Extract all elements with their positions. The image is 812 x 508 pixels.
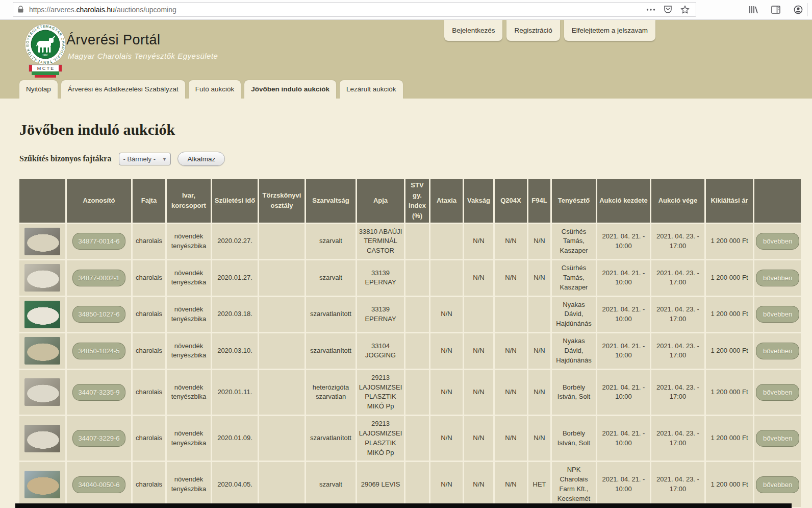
animal-id-button[interactable]: 34850-1024-5 (72, 343, 126, 359)
cell-ataxia: N/N (430, 333, 463, 369)
tab-nyitolap[interactable]: Nyitólap (19, 80, 58, 99)
login-button[interactable]: Bejelentkezés (444, 20, 502, 41)
col-header-fajta[interactable]: Fajta (133, 179, 165, 223)
col-header-ivar-korcsoport: Ivar, korcsoport (167, 179, 211, 223)
cell-szuletesi-ido: 2020.02.27. (212, 224, 258, 259)
col-header-szuletesi-ido[interactable]: Születési idő (212, 179, 258, 223)
breed-select-value: - Bármely - (123, 155, 156, 163)
table-row: 34040-0050-6charolaisnövendék tenyészbik… (19, 462, 801, 506)
cell-details: bővebben (754, 462, 801, 506)
details-button[interactable]: bővebben (756, 306, 799, 323)
url-bar[interactable]: https://arveres.charolais.hu/auctions/up… (13, 2, 696, 17)
cell-apja: 33810 ABAÚJI TERMINÁL CASTOR (357, 224, 404, 259)
cell-photo (19, 224, 65, 259)
details-button[interactable]: bővebben (756, 430, 799, 447)
col-header-kikialtasi-ar[interactable]: Kikiáltási ár (706, 179, 753, 223)
page-actions-icon[interactable] (646, 8, 655, 11)
cell-aukcio-vege: 2021. 04. 23. - 17:00 (651, 462, 704, 506)
animal-id-button[interactable]: 34040-0050-6 (72, 476, 126, 493)
cell-fajta: charolais (133, 260, 165, 296)
details-button[interactable]: bővebben (756, 343, 799, 359)
lock-icon[interactable] (17, 6, 24, 13)
cell-szuletesi-ido: 2020.01.27. (212, 260, 258, 296)
svg-text:1992.: 1992. (42, 54, 48, 57)
tab-lezarult-aukciok[interactable]: Lezárult aukciók (340, 80, 403, 99)
details-button[interactable]: bővebben (756, 476, 799, 493)
cell-torzskonyvi-osztaly (259, 462, 304, 506)
sidebar-icon[interactable] (771, 6, 780, 14)
cell-details: bővebben (754, 297, 801, 332)
site-header: MAGYAR CHAROLAIS TENYÉSZTŐK EGYESÜLETE 1… (0, 20, 812, 80)
cell-szarvaltsag: szarvatlanított (306, 297, 356, 332)
col-header-ataxia: Ataxia (430, 179, 463, 223)
col-header-aukcio-kezdete[interactable]: Aukció kezdete (597, 179, 650, 223)
cell-ivar-korcsoport: növendék tenyészbika (167, 224, 211, 259)
col-header-azonosito[interactable]: Azonosító (67, 179, 131, 223)
details-button[interactable]: bővebben (756, 233, 799, 250)
cell-kikialtasi-ar: 1 200 000 Ft (706, 462, 753, 506)
cell-kikialtasi-ar: 1 200 000 Ft (706, 297, 753, 332)
cell-szarvaltsag: szarvalt (306, 260, 356, 296)
site-subtitle: Magyar Charolais Tenyésztők Egyesülete (68, 52, 218, 60)
cell-torzskonyvi-osztaly (259, 370, 304, 415)
cell-f94l: N/N (528, 224, 550, 259)
cell-details: bővebben (754, 333, 801, 369)
cell-ivar-korcsoport: növendék tenyészbika (167, 260, 211, 296)
cell-aukcio-kezdete: 2021. 04. 21. - 10:00 (597, 370, 650, 415)
tab-futo-aukciok[interactable]: Futó aukciók (189, 80, 241, 99)
cell-szarvaltsag: szarvatlanított (306, 333, 356, 369)
animal-id-button[interactable]: 34877-0002-1 (72, 270, 126, 286)
cell-aukcio-kezdete: 2021. 04. 21. - 10:00 (597, 224, 650, 259)
forgot-password-button[interactable]: Elfelejtettem a jelszavam (564, 20, 655, 41)
cell-kikialtasi-ar: 1 200 000 Ft (706, 260, 753, 296)
cell-aukcio-vege: 2021. 04. 23. - 17:00 (651, 297, 704, 332)
account-icon[interactable] (794, 5, 803, 14)
cell-q204x: N/N (495, 416, 527, 461)
cell-details: bővebben (754, 416, 801, 461)
browser-toolbar: https://arveres.charolais.hu/auctions/up… (0, 0, 812, 20)
bookmark-star-icon[interactable] (680, 5, 690, 14)
cell-torzskonyvi-osztaly (259, 297, 304, 332)
cell-aukcio-kezdete: 2021. 04. 21. - 10:00 (597, 462, 650, 506)
cell-aukcio-vege: 2021. 04. 23. - 17:00 (651, 224, 704, 259)
breed-select[interactable]: - Bármely - ▼ (119, 153, 171, 165)
cell-ataxia (430, 260, 463, 296)
col-header-tenyeszto[interactable]: Tenyésztő (552, 179, 596, 223)
cell-tenyeszto: Borbély István, Solt (552, 370, 596, 415)
cell-f94l: HET (528, 462, 550, 506)
cell-ivar-korcsoport: növendék tenyészbika (167, 333, 211, 369)
cell-photo (19, 333, 65, 369)
register-button[interactable]: Regisztráció (506, 20, 560, 41)
animal-id-button[interactable]: 34850-1027-6 (72, 306, 126, 323)
col-header-aukcio-vege[interactable]: Aukció vége (651, 179, 704, 223)
tab-szabalyzat[interactable]: Árverési és Adatkezelési Szabályzat (61, 80, 185, 99)
cell-aukcio-vege: 2021. 04. 23. - 17:00 (651, 333, 704, 369)
cattle-photo (24, 301, 60, 328)
mcte-flag-ribbon: M C T E (29, 65, 62, 78)
animal-id-button[interactable]: 34407-3235-9 (72, 384, 126, 401)
tab-jovoben-indulo-aukciok[interactable]: Jövőben induló aukciók (244, 80, 336, 99)
auctions-table: AzonosítóFajtaIvar, korcsoportSzületési … (18, 178, 802, 508)
url-text: https://arveres.charolais.hu/auctions/up… (29, 6, 646, 14)
library-icon[interactable] (749, 6, 758, 14)
cell-torzskonyvi-osztaly (259, 416, 304, 461)
apply-button[interactable]: Alkalmaz (177, 152, 225, 166)
cell-photo (19, 260, 65, 296)
cell-ivar-korcsoport: növendék tenyészbika (167, 462, 211, 506)
cell-kikialtasi-ar: 1 200 000 Ft (706, 416, 753, 461)
cell-apja: 33139 EPERNAY (357, 260, 404, 296)
cell-apja: 29213 LAJOSMIZSEI PLASZTIK MIKÓ Pp (357, 416, 404, 461)
cattle-photo (24, 228, 60, 255)
pocket-icon[interactable] (664, 5, 672, 14)
cell-aukcio-kezdete: 2021. 04. 21. - 10:00 (597, 416, 650, 461)
animal-id-button[interactable]: 34877-0014-6 (72, 233, 126, 250)
cell-photo (19, 462, 65, 506)
cell-vaksag (464, 297, 493, 332)
animal-id-button[interactable]: 34407-3229-6 (72, 430, 126, 447)
details-button[interactable]: bővebben (756, 270, 799, 286)
cell-details: bővebben (754, 370, 801, 415)
cell-f94l: N/N (528, 333, 550, 369)
col-header-stv-gy-index: STV gy. index (%) (405, 179, 429, 223)
cell-ivar-korcsoport: növendék tenyészbika (167, 370, 211, 415)
details-button[interactable]: bővebben (756, 384, 799, 401)
